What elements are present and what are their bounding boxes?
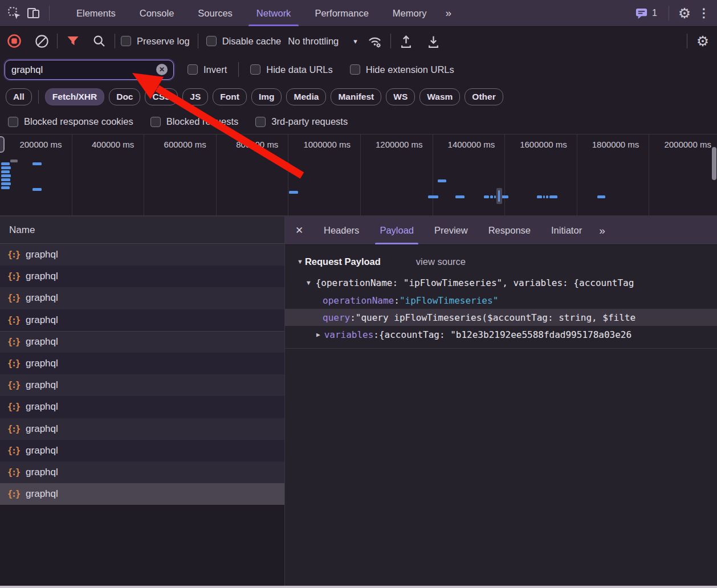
network-request-row[interactable]: {:}graphql (0, 244, 284, 266)
filter-chip-fetch-xhr[interactable]: Fetch/XHR (45, 88, 104, 105)
tab-network[interactable]: Network (245, 0, 303, 26)
3rd-party-requests-label: 3rd-party requests (271, 116, 348, 127)
request-name: graphql (26, 379, 58, 391)
tab-performance[interactable]: Performance (303, 0, 380, 26)
import-har-icon[interactable] (397, 31, 416, 51)
filter-chip-other[interactable]: Other (465, 88, 503, 105)
filter-chip-css[interactable]: CSS (145, 88, 178, 105)
xhr-resource-icon: {:} (7, 402, 19, 412)
tab-console[interactable]: Console (128, 0, 186, 26)
filter-chip-js[interactable]: JS (182, 88, 208, 105)
detail-tab-headers[interactable]: Headers (313, 217, 369, 244)
clear-filter-icon[interactable]: ✕ (156, 64, 168, 75)
network-request-row[interactable]: {:}graphql (0, 462, 284, 483)
expand-triangle-icon[interactable]: ▶ (316, 331, 320, 338)
issues-button[interactable]: 1 (635, 7, 657, 20)
tab-sources[interactable]: Sources (186, 0, 245, 26)
payload-summary-row[interactable]: ▼ {operationName: "ipFlowTimeseries", va… (285, 273, 717, 292)
search-icon[interactable] (89, 31, 109, 51)
hide-data-urls-toggle[interactable]: Hide data URLs (250, 64, 332, 75)
disable-cache-toggle[interactable]: Disable cache (206, 36, 282, 47)
network-request-row[interactable]: {:}graphql (0, 396, 284, 418)
network-request-row[interactable]: {:}graphql (0, 483, 284, 505)
xhr-resource-icon: {:} (7, 446, 19, 456)
filter-chip-img[interactable]: Img (251, 88, 282, 105)
network-request-row[interactable]: {:}graphql (0, 309, 284, 331)
throttling-dropdown[interactable]: No throttling ▾ (288, 36, 357, 47)
blocked-response-cookies-toggle[interactable]: Blocked response cookies (8, 116, 133, 127)
payload-value: "ipFlowTimeseries" (400, 295, 498, 306)
kebab-menu-icon[interactable]: ⋮ (694, 3, 714, 23)
detail-tab-payload[interactable]: Payload (369, 217, 424, 244)
settings-gear-icon[interactable]: ⚙ (675, 3, 694, 23)
timeline-scrollbar-thumb[interactable] (712, 147, 716, 180)
filter-chip-all[interactable]: All (6, 88, 32, 105)
invert-filter-toggle[interactable]: Invert (188, 64, 227, 75)
filter-chip-doc[interactable]: Doc (109, 88, 140, 105)
more-detail-tabs-chevron[interactable]: » (592, 224, 612, 237)
device-toolbar-icon[interactable] (24, 3, 43, 23)
network-request-row[interactable]: {:}graphql (0, 418, 284, 440)
payload-value: {accountTag: "b12e3b2192ee5588fdad995178… (379, 329, 632, 340)
inspect-element-icon[interactable] (5, 3, 24, 23)
3rd-party-requests-checkbox[interactable] (255, 117, 266, 127)
payload-row-query[interactable]: query: "query ipFlowTimeseries($accountT… (285, 309, 717, 326)
network-settings-gear-icon[interactable]: ⚙ (693, 31, 712, 51)
view-source-link[interactable]: view source (416, 256, 466, 267)
filter-chip-manifest[interactable]: Manifest (331, 88, 381, 105)
network-request-row[interactable]: {:}graphql (0, 440, 284, 462)
blocked-requests-toggle[interactable]: Blocked requests (150, 116, 239, 127)
hide-extension-urls-checkbox[interactable] (350, 64, 360, 75)
more-tabs-chevron[interactable]: » (438, 7, 458, 19)
hide-data-urls-checkbox[interactable] (250, 64, 260, 75)
payload-key: operationName (323, 295, 394, 306)
disable-cache-checkbox[interactable] (206, 36, 217, 46)
waterfall-bar (1, 182, 11, 185)
close-details-icon[interactable]: ✕ (285, 224, 313, 236)
detail-tab-preview[interactable]: Preview (424, 217, 478, 244)
payload-row-variables[interactable]: ▶variables: {accountTag: "b12e3b2192ee55… (285, 326, 717, 343)
divider (38, 90, 39, 104)
request-payload-section[interactable]: ▼ Request Payload view source (285, 253, 717, 270)
waterfall-bar (546, 195, 548, 198)
tab-elements[interactable]: Elements (64, 0, 128, 26)
detail-tab-initiator[interactable]: Initiator (541, 217, 592, 244)
timeline-left-handle[interactable] (0, 136, 5, 153)
waterfall-bar (549, 195, 557, 198)
detail-tab-response[interactable]: Response (478, 217, 541, 244)
blocked-requests-checkbox[interactable] (150, 117, 161, 127)
filter-funnel-icon[interactable] (63, 31, 83, 51)
3rd-party-requests-toggle[interactable]: 3rd-party requests (255, 116, 348, 127)
hide-extension-urls-toggle[interactable]: Hide extension URLs (350, 64, 454, 75)
preserve-log-checkbox[interactable] (121, 36, 131, 46)
requests-panel: Name {:}graphql{:}graphql{:}graphql{:}gr… (0, 217, 285, 586)
clear-network-log-button[interactable] (32, 31, 51, 51)
filter-chip-media[interactable]: Media (286, 88, 326, 105)
network-request-row[interactable]: {:}graphql (0, 266, 284, 287)
name-column-header[interactable]: Name (0, 217, 284, 244)
waterfall-bar (537, 195, 542, 198)
filter-chip-font[interactable]: Font (213, 88, 247, 105)
devtools-window: ElementsConsoleSourcesNetworkPerformance… (0, 0, 717, 588)
export-har-icon[interactable] (424, 31, 443, 51)
filter-text-input[interactable]: graphql ✕ (5, 60, 174, 80)
payload-row-operationname[interactable]: operationName: "ipFlowTimeseries" (285, 292, 717, 309)
tab-memory[interactable]: Memory (381, 0, 439, 26)
network-request-row[interactable]: {:}graphql (0, 353, 284, 374)
record-network-log-button[interactable] (5, 31, 24, 51)
filter-chip-wasm[interactable]: Wasm (419, 88, 460, 105)
waterfall-bar (490, 195, 493, 198)
filter-chip-ws[interactable]: WS (386, 88, 415, 105)
divider (390, 34, 391, 48)
network-overview-timeline[interactable]: 200000 ms400000 ms600000 ms800000 ms1000… (0, 134, 717, 217)
preserve-log-toggle[interactable]: Preserve log (121, 36, 190, 47)
payload-colon: : (394, 295, 400, 306)
network-request-row[interactable]: {:}graphql (0, 374, 284, 396)
divider (115, 34, 115, 48)
network-request-row[interactable]: {:}graphql (0, 287, 284, 309)
invert-checkbox[interactable] (188, 64, 198, 75)
blocked-response-cookies-checkbox[interactable] (8, 117, 18, 127)
network-request-row[interactable]: {:}graphql (0, 331, 284, 353)
timeline-activity-bars (0, 134, 717, 215)
network-conditions-icon[interactable] (365, 31, 385, 51)
